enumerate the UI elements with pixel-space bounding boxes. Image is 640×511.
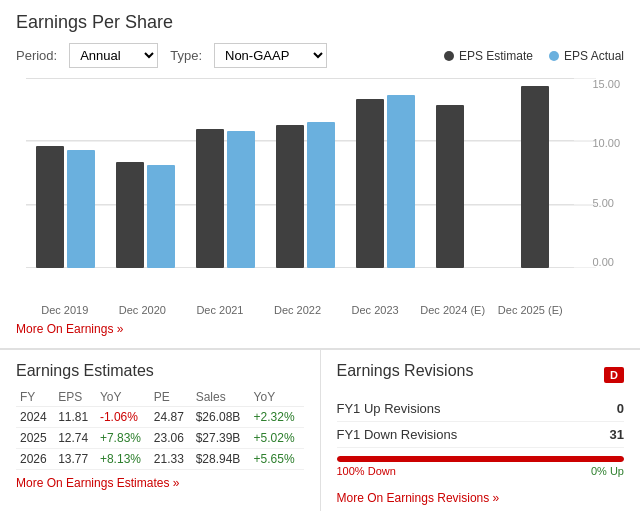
revisions-badge: D: [604, 367, 624, 383]
cell-fy: 2025: [16, 428, 54, 449]
cell-sales-yoy: +5.02%: [250, 428, 304, 449]
col-sales-yoy: YoY: [250, 388, 304, 407]
chart-controls: Period: Annual Type: Non-GAAP EPS Estima…: [16, 43, 624, 68]
svg-rect-14: [436, 105, 464, 268]
y-label-15: 15.00: [592, 78, 620, 90]
svg-rect-8: [196, 129, 224, 268]
cell-eps: 11.81: [54, 407, 96, 428]
fy1-down-label: FY1 Down Revisions: [337, 427, 458, 442]
svg-rect-6: [116, 162, 144, 268]
cell-sales: $28.94B: [192, 449, 250, 470]
x-label-2020: Dec 2020: [104, 304, 182, 316]
x-label-2023: Dec 2023: [336, 304, 414, 316]
fy1-up-label: FY1 Up Revisions: [337, 401, 441, 416]
cell-sales: $27.39B: [192, 428, 250, 449]
fy1-down-value: 31: [610, 427, 624, 442]
svg-rect-13: [387, 95, 415, 268]
x-label-2025: Dec 2025 (E): [491, 304, 569, 316]
chart-legend: EPS Estimate EPS Actual: [444, 49, 624, 63]
table-row: 2025 12.74 +7.83% 23.06 $27.39B +5.02%: [16, 428, 304, 449]
more-estimates-link[interactable]: More On Earnings Estimates »: [16, 476, 179, 490]
svg-rect-9: [227, 131, 255, 268]
type-select[interactable]: Non-GAAP: [214, 43, 327, 68]
estimate-dot: [444, 51, 454, 61]
actual-label: EPS Actual: [564, 49, 624, 63]
svg-rect-4: [36, 146, 64, 268]
col-sales: Sales: [192, 388, 250, 407]
fy1-up-value: 0: [617, 401, 624, 416]
pct-down-label: 100% Down: [337, 465, 396, 477]
cell-sales: $26.08B: [192, 407, 250, 428]
estimates-header-row: FY EPS YoY PE Sales YoY: [16, 388, 304, 407]
type-label: Type:: [170, 48, 202, 63]
table-row: 2026 13.77 +8.13% 21.33 $28.94B +5.65%: [16, 449, 304, 470]
chart-section: Earnings Per Share Period: Annual Type: …: [0, 0, 640, 349]
estimates-section: Earnings Estimates FY EPS YoY PE Sales Y…: [0, 350, 321, 511]
cell-pe: 21.33: [150, 449, 192, 470]
legend-actual: EPS Actual: [549, 49, 624, 63]
revisions-title: Earnings Revisions: [337, 362, 474, 380]
more-revisions-link[interactable]: More On Earnings Revisions »: [337, 491, 500, 505]
bar-chart: 15.00 10.00 5.00 0.00: [16, 78, 624, 298]
chart-svg: [26, 78, 634, 268]
progress-bar-fill: [337, 456, 625, 462]
x-labels-row: Dec 2019 Dec 2020 Dec 2021 Dec 2022 Dec …: [16, 304, 624, 316]
pct-up-label: 0% Up: [591, 465, 624, 477]
col-pe: PE: [150, 388, 192, 407]
estimates-title: Earnings Estimates: [16, 362, 304, 380]
progress-labels: 100% Down 0% Up: [337, 465, 625, 477]
svg-rect-5: [67, 150, 95, 268]
cell-fy: 2024: [16, 407, 54, 428]
cell-pe: 24.87: [150, 407, 192, 428]
y-label-0: 0.00: [592, 256, 620, 268]
cell-yoy: +8.13%: [96, 449, 150, 470]
cell-eps: 12.74: [54, 428, 96, 449]
svg-rect-10: [276, 125, 304, 268]
cell-fy: 2026: [16, 449, 54, 470]
revisions-header: Earnings Revisions D: [337, 362, 625, 388]
svg-rect-11: [307, 122, 335, 268]
estimates-table: FY EPS YoY PE Sales YoY 2024 11.81 -1.06…: [16, 388, 304, 470]
period-select[interactable]: Annual: [69, 43, 158, 68]
cell-sales-yoy: +5.65%: [250, 449, 304, 470]
legend-estimate: EPS Estimate: [444, 49, 533, 63]
period-label: Period:: [16, 48, 57, 63]
x-label-2022: Dec 2022: [259, 304, 337, 316]
x-label-2019: Dec 2019: [26, 304, 104, 316]
revisions-section: Earnings Revisions D FY1 Up Revisions 0 …: [321, 350, 641, 511]
col-yoy: YoY: [96, 388, 150, 407]
actual-dot: [549, 51, 559, 61]
svg-rect-12: [356, 99, 384, 268]
x-label-2021: Dec 2021: [181, 304, 259, 316]
y-axis: 15.00 10.00 5.00 0.00: [592, 78, 620, 268]
cell-yoy: +7.83%: [96, 428, 150, 449]
estimate-label: EPS Estimate: [459, 49, 533, 63]
table-row: 2024 11.81 -1.06% 24.87 $26.08B +2.32%: [16, 407, 304, 428]
fy1-down-row: FY1 Down Revisions 31: [337, 422, 625, 448]
y-label-10: 10.00: [592, 137, 620, 149]
col-eps: EPS: [54, 388, 96, 407]
svg-rect-7: [147, 165, 175, 268]
bars-container: [16, 78, 624, 268]
col-fy: FY: [16, 388, 54, 407]
y-label-5: 5.00: [592, 197, 620, 209]
svg-rect-15: [521, 86, 549, 268]
fy1-up-row: FY1 Up Revisions 0: [337, 396, 625, 422]
chart-title: Earnings Per Share: [16, 12, 624, 33]
revisions-progress: 100% Down 0% Up: [337, 456, 625, 477]
cell-eps: 13.77: [54, 449, 96, 470]
cell-sales-yoy: +2.32%: [250, 407, 304, 428]
x-label-2024: Dec 2024 (E): [414, 304, 492, 316]
bottom-sections: Earnings Estimates FY EPS YoY PE Sales Y…: [0, 349, 640, 511]
cell-yoy: -1.06%: [96, 407, 150, 428]
more-earnings-link[interactable]: More On Earnings »: [16, 322, 123, 336]
progress-bar-bg: [337, 456, 625, 462]
cell-pe: 23.06: [150, 428, 192, 449]
